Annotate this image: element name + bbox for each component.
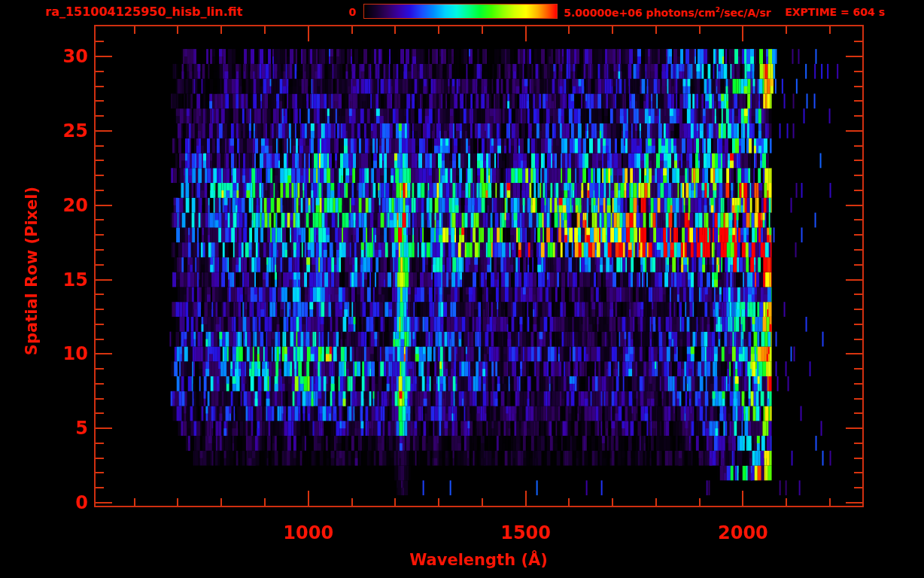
y-tick-label: 25	[28, 120, 88, 141]
spectrum-heatmap	[96, 26, 862, 506]
x-tick-label: 1000	[283, 522, 333, 543]
x-tick-label: 1500	[500, 522, 551, 543]
x-axis-title: Wavelength (Å)	[409, 551, 548, 569]
exptime-label: EXPTIME = 604 s	[785, 6, 885, 18]
y-axis-title: Spatial Row (Pixel)	[23, 187, 41, 355]
x-tick-label: 2000	[718, 522, 768, 543]
colorbar-max-label: 5.00000e+06 photons/cm2/sec/A/sr	[564, 6, 771, 19]
page-title: ra_151004125950_hisb_lin.fit	[45, 5, 242, 19]
spectral-image-viewer: ra_151004125950_hisb_lin.fit 0 5.00000e+…	[0, 0, 924, 578]
colorbar-units-suffix: /sec/A/sr	[720, 7, 771, 19]
colorbar-max-value: 5.00000e+06	[564, 7, 642, 19]
colorbar-gradient	[363, 4, 558, 19]
y-tick-label: 30	[28, 46, 88, 67]
y-tick-label: 0	[28, 492, 88, 513]
colorbar-min-label: 0	[333, 6, 356, 18]
y-tick-label: 5	[28, 418, 88, 439]
colorbar-units-prefix: photons/cm	[642, 7, 715, 19]
